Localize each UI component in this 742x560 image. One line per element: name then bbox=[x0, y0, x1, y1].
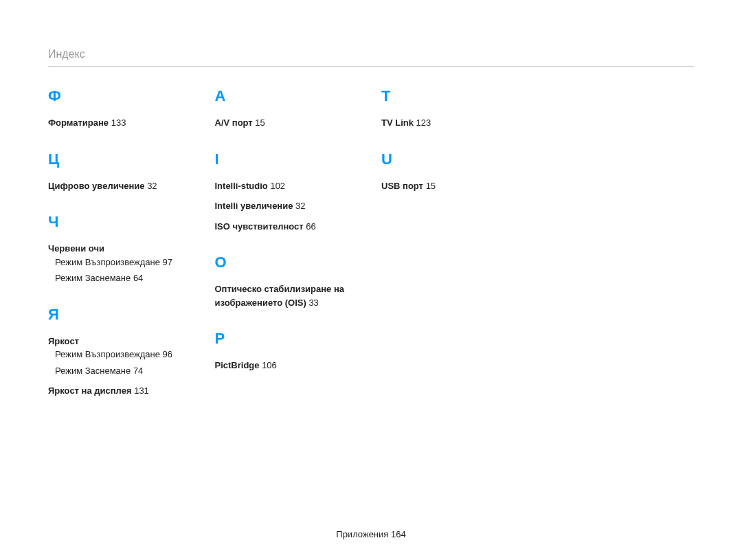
index-entry[interactable]: Форматиране 133 bbox=[48, 116, 194, 130]
section-letter: U bbox=[381, 150, 528, 168]
entry-title: Оптическо стабилизиране на изображението… bbox=[215, 284, 345, 308]
entry-title: Intelli увеличение bbox=[215, 201, 293, 211]
sub-entry[interactable]: Режим Заснемане 74 bbox=[55, 364, 194, 378]
entry-title: Intelli-studio bbox=[215, 181, 268, 191]
index-section: Ц Цифрово увеличение 32 bbox=[48, 150, 194, 193]
section-letter: T bbox=[381, 87, 528, 105]
entry-page-num: 102 bbox=[270, 181, 285, 191]
index-entry[interactable]: PictBridge 106 bbox=[215, 359, 361, 372]
entry-title: Червени очи bbox=[48, 242, 194, 256]
section-letter: Ф bbox=[48, 87, 194, 105]
index-entry[interactable]: A/V порт 15 bbox=[215, 116, 361, 130]
sub-entry[interactable]: Режим Възпроизвеждане 96 bbox=[55, 348, 194, 361]
entry-page-num: 131 bbox=[134, 385, 149, 396]
sub-entry-label: Режим Възпроизвеждане bbox=[55, 349, 160, 359]
entry-page-num: 66 bbox=[306, 221, 315, 232]
index-section: A A/V порт 15 bbox=[215, 87, 361, 130]
footer-page: 164 bbox=[391, 529, 406, 539]
page-footer: Приложения 164 bbox=[0, 529, 742, 539]
sub-entry-label: Режим Възпроизвеждане bbox=[55, 257, 160, 267]
index-column-1: Ф Форматиране 133 Ц Цифрово увеличение 3… bbox=[48, 87, 194, 418]
entry-page-num: 15 bbox=[255, 117, 265, 128]
section-letter: A bbox=[215, 87, 361, 105]
entry-page-num: 106 bbox=[262, 360, 277, 370]
sub-entry-label: Режим Заснемане bbox=[55, 366, 131, 376]
sub-entry-page: 97 bbox=[163, 257, 172, 267]
index-column-3: T TV Link 123 U USB порт 15 bbox=[381, 87, 528, 418]
index-section: Ч Червени очи Режим Възпроизвеждане 97 Р… bbox=[48, 213, 194, 285]
entry-page-num: 33 bbox=[308, 298, 318, 308]
index-section: T TV Link 123 bbox=[381, 87, 528, 130]
entry-title: Форматиране bbox=[48, 117, 109, 128]
index-entry: Яркост Режим Възпроизвеждане 96 Режим За… bbox=[48, 335, 194, 378]
index-section: Ф Форматиране 133 bbox=[48, 87, 194, 130]
entry-title: Яркост bbox=[48, 335, 194, 348]
index-entry[interactable]: ISO чувствителност 66 bbox=[215, 220, 361, 234]
index-section: I Intelli-studio 102 Intelli увеличение … bbox=[215, 150, 361, 234]
entry-title: USB порт bbox=[381, 181, 423, 191]
section-letter: O bbox=[215, 254, 361, 271]
index-entry: Червени очи Режим Възпроизвеждане 97 Реж… bbox=[48, 242, 194, 285]
entry-title: TV Link bbox=[381, 117, 414, 128]
entry-title: PictBridge bbox=[215, 360, 260, 370]
index-entry[interactable]: Intelli увеличение 32 bbox=[215, 199, 361, 213]
sub-entry-page: 64 bbox=[133, 273, 143, 283]
section-letter: Ч bbox=[48, 213, 194, 231]
index-columns: Ф Форматиране 133 Ц Цифрово увеличение 3… bbox=[48, 87, 694, 418]
section-letter: Я bbox=[48, 306, 194, 324]
section-letter: Ц bbox=[48, 150, 194, 168]
index-section: U USB порт 15 bbox=[381, 150, 528, 193]
sub-entry[interactable]: Режим Възпроизвеждане 97 bbox=[55, 256, 194, 269]
section-letter: P bbox=[215, 330, 361, 348]
entry-title: ISO чувствителност bbox=[215, 221, 304, 232]
index-entry[interactable]: Intelli-studio 102 bbox=[215, 179, 361, 193]
footer-label: Приложения bbox=[336, 529, 388, 539]
entry-title: Яркост на дисплея bbox=[48, 385, 132, 396]
entry-page-num: 15 bbox=[426, 181, 436, 191]
index-entry[interactable]: Оптическо стабилизиране на изображението… bbox=[215, 282, 361, 309]
sub-entry-page: 74 bbox=[133, 366, 143, 376]
sub-entry-page: 96 bbox=[163, 349, 172, 359]
sub-entry-label: Режим Заснемане bbox=[55, 273, 131, 283]
index-entry[interactable]: TV Link 123 bbox=[381, 116, 528, 130]
index-entry[interactable]: Цифрово увеличение 32 bbox=[48, 179, 194, 193]
section-letter: I bbox=[215, 150, 361, 168]
index-entry[interactable]: Яркост на дисплея 131 bbox=[48, 384, 194, 398]
index-entry[interactable]: USB порт 15 bbox=[381, 179, 528, 193]
entry-page-num: 32 bbox=[295, 201, 305, 211]
index-column-4 bbox=[548, 87, 695, 418]
entry-title: Цифрово увеличение bbox=[48, 181, 145, 191]
entry-title: A/V порт bbox=[215, 117, 253, 128]
index-section: P PictBridge 106 bbox=[215, 330, 361, 372]
index-section: Я Яркост Режим Възпроизвеждане 96 Режим … bbox=[48, 306, 194, 398]
index-column-2: A A/V порт 15 I Intelli-studio 102 Intel… bbox=[215, 87, 361, 418]
entry-page-num: 123 bbox=[416, 117, 431, 128]
entry-page-num: 133 bbox=[111, 117, 126, 128]
page-header: Индекс bbox=[48, 48, 694, 67]
entry-page-num: 32 bbox=[147, 181, 157, 191]
index-section: O Оптическо стабилизиране на изображение… bbox=[215, 254, 361, 309]
sub-entry[interactable]: Режим Заснемане 64 bbox=[55, 271, 194, 285]
